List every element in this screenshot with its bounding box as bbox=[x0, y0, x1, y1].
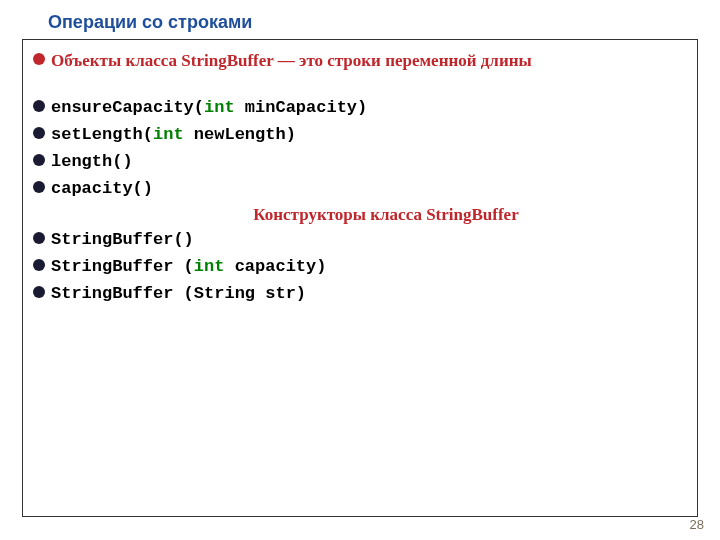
content-box: Объекты класса StringBuffer — это строки… bbox=[22, 39, 698, 517]
method-line: setLength(int newLength) bbox=[33, 124, 679, 147]
bullet-icon bbox=[33, 181, 51, 193]
constructor-line: StringBuffer() bbox=[33, 229, 679, 252]
constructor-line: StringBuffer (String str) bbox=[33, 283, 679, 306]
intro-text: Объекты класса StringBuffer — это строки… bbox=[51, 50, 532, 73]
constructor-line: StringBuffer (int capacity) bbox=[33, 256, 679, 279]
method-text: length() bbox=[51, 151, 133, 174]
slide-title: Операции со строками bbox=[0, 0, 720, 33]
constructor-text: StringBuffer (int capacity) bbox=[51, 256, 326, 279]
method-line: capacity() bbox=[33, 178, 679, 201]
method-text: capacity() bbox=[51, 178, 153, 201]
constructor-text: StringBuffer (String str) bbox=[51, 283, 306, 306]
bullet-icon bbox=[33, 127, 51, 139]
page-number: 28 bbox=[690, 517, 704, 532]
method-line: length() bbox=[33, 151, 679, 174]
constructor-text: StringBuffer() bbox=[51, 229, 194, 252]
method-text: setLength(int newLength) bbox=[51, 124, 296, 147]
bullet-icon bbox=[33, 154, 51, 166]
constructors-heading: Конструкторы класса StringBuffer bbox=[33, 205, 679, 225]
method-line: ensureCapacity(int minCapacity) bbox=[33, 97, 679, 120]
intro-line: Объекты класса StringBuffer — это строки… bbox=[33, 50, 679, 73]
bullet-icon bbox=[33, 286, 51, 298]
method-text: ensureCapacity(int minCapacity) bbox=[51, 97, 367, 120]
bullet-icon bbox=[33, 100, 51, 112]
bullet-icon bbox=[33, 259, 51, 271]
bullet-icon bbox=[33, 53, 51, 65]
bullet-icon bbox=[33, 232, 51, 244]
